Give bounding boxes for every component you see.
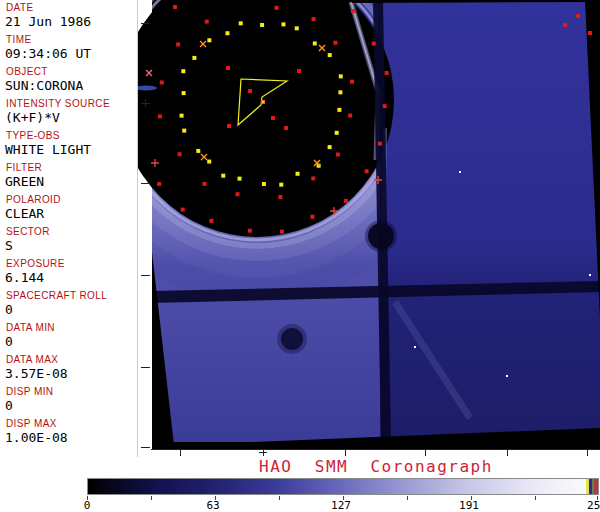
occulter-ball <box>368 223 394 249</box>
field-label: DATA MIN <box>6 322 55 333</box>
coronagraph-image <box>138 0 600 458</box>
field-label: FILTER <box>6 162 42 173</box>
pointer-center-glint <box>262 101 264 103</box>
white-speck <box>589 274 591 276</box>
metadata-field-type-obs: TYPE-OBSWHITE LIGHT <box>0 130 137 161</box>
coronagraph-viewer-window: DATE21 Jun 1986TIME09:34:06 UTOBJECTSUN:… <box>0 0 600 512</box>
field-value: 0 <box>5 334 13 349</box>
metadata-field-exposure: EXPOSURE6.144 <box>0 258 137 289</box>
field-label: OBJECT <box>6 66 48 77</box>
colorbar-tick <box>535 496 536 500</box>
colorbar-tick <box>279 496 280 500</box>
metadata-field-intensity-source: INTENSITY SOURCE(K+F)*V <box>0 98 137 129</box>
field-label: TYPE-OBS <box>6 130 60 141</box>
field-label: DISP MIN <box>6 386 53 397</box>
field-value: WHITE LIGHT <box>5 142 91 157</box>
field-value: (K+F)*V <box>5 110 60 125</box>
metadata-field-data-max: DATA MAX3.57E-08 <box>0 354 137 385</box>
colorbar-stripe <box>594 479 598 494</box>
colorbar-tick <box>407 496 408 500</box>
field-label: SPACECRAFT ROLL <box>6 290 107 301</box>
field-label: POLAROID <box>6 194 61 205</box>
colorbar-tick-label: 255 <box>587 499 600 512</box>
metadata-field-filter: FILTERGREEN <box>0 162 137 193</box>
field-label: TIME <box>6 34 32 45</box>
field-value: 0 <box>5 302 13 317</box>
field-label: EXPOSURE <box>6 258 65 269</box>
white-speck <box>459 171 461 173</box>
field-label: DATA MAX <box>6 354 58 365</box>
metadata-field-data-min: DATA MIN0 <box>0 322 137 353</box>
dust-blob <box>281 328 303 350</box>
image-title: HAO SMM Coronagraph <box>152 457 600 476</box>
field-value: 0 <box>5 398 13 413</box>
colorbar-tick-label: 191 <box>459 499 479 512</box>
field-label: INTENSITY SOURCE <box>6 98 110 109</box>
field-value: 09:34:06 UT <box>5 46 91 61</box>
colorbar-gradient <box>87 478 599 495</box>
field-value: 6.144 <box>5 270 44 285</box>
metadata-field-spacecraft-roll: SPACECRAFT ROLL0 <box>0 290 137 321</box>
field-value: CLEAR <box>5 206 44 221</box>
field-label: DISP MAX <box>6 418 57 429</box>
metadata-field-date: DATE21 Jun 1986 <box>0 2 137 33</box>
white-speck <box>414 346 416 348</box>
metadata-field-time: TIME09:34:06 UT <box>0 34 137 65</box>
metadata-field-sector: SECTORS <box>0 226 137 257</box>
colorbar-tick <box>151 496 152 500</box>
field-value: 1.00E-08 <box>5 430 68 445</box>
field-value: 21 Jun 1986 <box>5 14 91 29</box>
colorbar-tick-label: 0 <box>84 499 91 512</box>
metadata-sidebar: DATE21 Jun 1986TIME09:34:06 UTOBJECTSUN:… <box>0 0 137 457</box>
colorbar-tick-label: 127 <box>331 499 351 512</box>
field-label: SECTOR <box>6 226 50 237</box>
field-value: 3.57E-08 <box>5 366 68 381</box>
metadata-field-object: OBJECTSUN:CORONA <box>0 66 137 97</box>
metadata-field-polaroid: POLAROIDCLEAR <box>0 194 137 225</box>
field-value: S <box>5 238 13 253</box>
field-value: SUN:CORONA <box>5 78 83 93</box>
metadata-field-disp-max: DISP MAX1.00E-08 <box>0 418 137 449</box>
field-label: DATE <box>6 2 34 13</box>
white-speck <box>506 375 508 377</box>
metadata-field-disp-min: DISP MIN0 <box>0 386 137 417</box>
field-value: GREEN <box>5 174 44 189</box>
colorbar-tick-label: 63 <box>206 499 219 512</box>
